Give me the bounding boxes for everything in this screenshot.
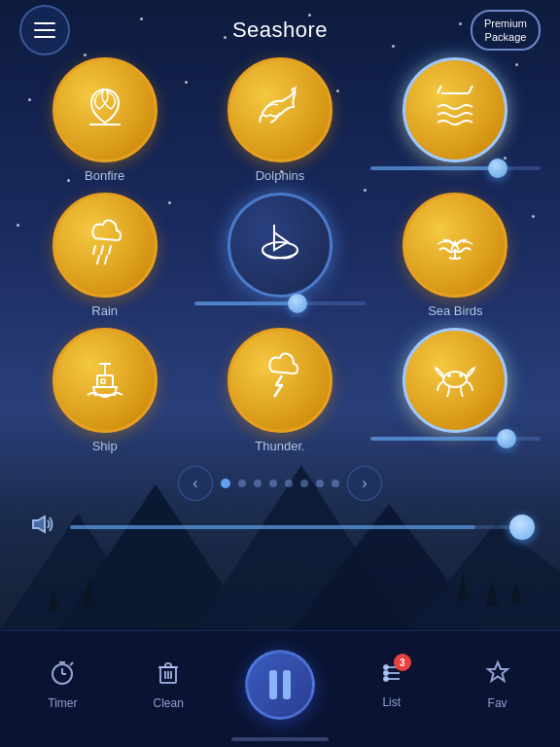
home-indicator [231,737,329,741]
svg-marker-8 [486,580,498,606]
svg-rect-27 [101,379,105,383]
volume-icon [29,511,56,544]
header: Seashore PremiumPackage [0,0,560,53]
premium-label: PremiumPackage [484,18,527,43]
bottom-label-clean: Clean [154,696,184,710]
bottom-label-timer: Timer [48,696,77,710]
waves-slider-thumb[interactable] [488,159,508,178]
page-dot-0[interactable] [221,479,230,488]
sound-label-bonfire: Bonfire [85,168,124,183]
sound-button-ship[interactable] [52,328,158,433]
svg-marker-6 [83,577,94,606]
page-dot-5[interactable] [300,480,308,487]
premium-button[interactable]: PremiumPackage [471,10,541,52]
crab-icon [428,350,482,411]
svg-line-14 [438,86,441,93]
svg-point-29 [447,374,451,377]
sound-cell-rain: Rain [19,193,190,318]
volume-thumb[interactable] [509,515,535,540]
page-dot-7[interactable] [332,480,339,487]
volume-slider[interactable] [70,525,531,529]
list-icon-wrap: 3 [378,659,405,691]
bottom-item-clean[interactable]: Clean [139,658,197,710]
bottom-item-list[interactable]: 3 List [363,659,421,709]
crab-slider-fill [370,437,507,441]
svg-line-18 [109,246,111,254]
page-dot-4[interactable] [285,480,293,487]
sound-cell-waves [370,57,541,183]
bottom-bar: Timer Clean [0,630,560,747]
crab-slider-row [370,437,541,441]
page-dot-2[interactable] [254,480,262,487]
sound-button-rain[interactable] [52,193,158,298]
svg-point-47 [384,677,388,681]
sound-button-seabirds[interactable] [402,193,508,298]
volume-row [0,507,560,548]
boat-slider-thumb[interactable] [288,294,307,313]
sound-button-waves[interactable] [402,57,508,162]
pagination-prev[interactable]: ‹ [178,466,213,501]
svg-line-17 [101,246,103,254]
sound-button-boat[interactable] [228,193,332,298]
pause-icon [269,670,291,699]
thunder-icon [253,350,307,411]
bottom-label-fav: Fav [488,696,508,710]
play-pause-button[interactable] [245,650,315,720]
menu-line-2 [34,29,55,31]
svg-marker-7 [457,572,469,601]
sound-cell-thunder: Thunder. [194,328,365,453]
menu-button[interactable] [19,5,70,55]
menu-line-1 [34,22,55,24]
pause-bar-right [283,670,291,699]
svg-line-36 [70,662,73,665]
sound-button-thunder[interactable] [228,328,332,433]
pagination: ‹ › [0,466,560,501]
pause-bar-left [269,670,277,699]
trash-icon [155,658,182,692]
svg-line-19 [97,256,99,264]
svg-point-46 [384,671,388,675]
boat-icon [253,215,307,276]
ship-icon [78,350,132,411]
waves-icon [428,80,482,141]
waves-slider[interactable] [370,166,541,170]
sound-label-thunder: Thunder. [255,439,304,453]
sound-button-bonfire[interactable] [52,57,158,162]
sound-cell-bonfire: Bonfire [19,57,190,183]
page-dot-3[interactable] [269,480,277,487]
boat-slider-fill [194,302,297,305]
page-dot-1[interactable] [238,480,246,487]
svg-marker-5 [49,587,58,611]
waves-slider-fill [370,166,498,170]
sound-cell-crab [370,328,541,453]
svg-line-16 [93,246,95,254]
dolphins-icon [253,80,307,141]
svg-marker-31 [33,516,45,532]
svg-point-28 [443,372,467,387]
sound-cell-dolphins: Dolphins [194,57,365,183]
sound-grid: Bonfire Dolphins [0,53,560,458]
sound-cell-boat [194,193,365,318]
svg-point-45 [384,665,388,669]
svg-point-30 [459,374,463,377]
sound-label-ship: Ship [92,439,118,453]
crab-slider-thumb[interactable] [497,429,516,448]
timer-icon [49,658,76,692]
bottom-item-fav[interactable]: Fav [469,658,527,710]
star-icon [484,658,511,692]
crab-slider[interactable] [370,437,541,441]
page-title: Seashore [232,18,328,43]
bottom-item-timer[interactable]: Timer [33,658,91,710]
sound-label-seabirds: Sea Birds [428,303,482,318]
sound-button-crab[interactable] [402,328,508,433]
bottom-label-list: List [382,695,401,709]
page-dot-6[interactable] [316,480,324,487]
pagination-next[interactable]: › [347,466,382,501]
sound-button-dolphins[interactable] [228,57,332,162]
menu-line-3 [34,36,55,38]
waves-slider-row [370,166,541,170]
boat-slider[interactable] [194,302,365,305]
sound-label-rain: Rain [91,303,118,318]
boat-slider-row [194,302,365,305]
svg-line-20 [105,256,107,264]
